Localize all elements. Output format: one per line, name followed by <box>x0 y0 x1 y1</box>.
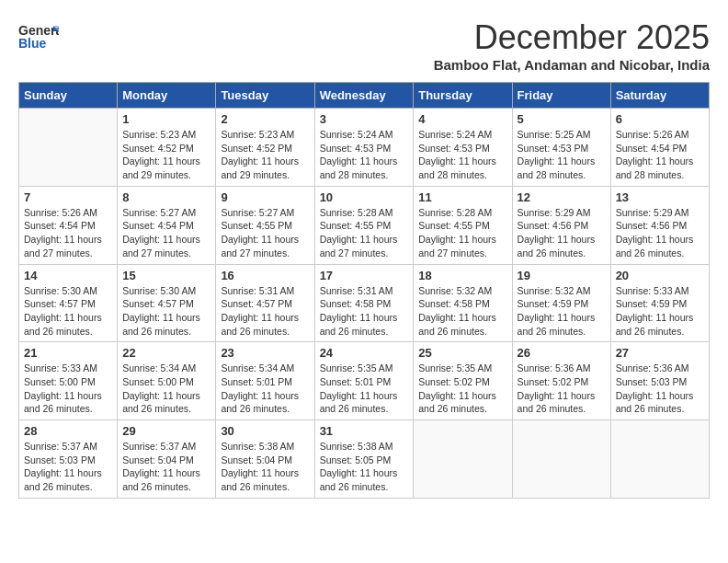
day-info: Sunrise: 5:36 AM Sunset: 5:02 PM Dayligh… <box>518 362 606 416</box>
calendar-cell: 24Sunrise: 5:35 AM Sunset: 5:01 PM Dayli… <box>314 342 414 420</box>
day-number: 27 <box>616 346 704 360</box>
calendar-cell: 4Sunrise: 5:24 AM Sunset: 4:53 PM Daylig… <box>414 109 512 187</box>
day-info: Sunrise: 5:25 AM Sunset: 4:53 PM Dayligh… <box>518 128 606 182</box>
day-number: 12 <box>518 190 606 204</box>
column-header-tuesday: Tuesday <box>216 83 314 109</box>
calendar-week-4: 21Sunrise: 5:33 AM Sunset: 5:00 PM Dayli… <box>19 342 710 420</box>
day-number: 14 <box>24 269 112 282</box>
day-number: 30 <box>221 424 309 438</box>
day-info: Sunrise: 5:30 AM Sunset: 4:57 PM Dayligh… <box>24 284 112 339</box>
day-info: Sunrise: 5:27 AM Sunset: 4:54 PM Dayligh… <box>122 206 210 260</box>
day-info: Sunrise: 5:29 AM Sunset: 4:56 PM Dayligh… <box>616 206 704 260</box>
calendar-cell <box>512 420 610 499</box>
day-info: Sunrise: 5:31 AM Sunset: 4:58 PM Dayligh… <box>320 284 409 339</box>
calendar-cell: 14Sunrise: 5:30 AM Sunset: 4:57 PM Dayli… <box>19 264 118 342</box>
day-info: Sunrise: 5:23 AM Sunset: 4:52 PM Dayligh… <box>122 128 210 182</box>
calendar-cell: 15Sunrise: 5:30 AM Sunset: 4:57 PM Dayli… <box>118 264 216 342</box>
day-number: 13 <box>616 190 704 204</box>
calendar-cell <box>414 420 512 499</box>
day-number: 11 <box>418 190 506 204</box>
calendar-cell: 12Sunrise: 5:29 AM Sunset: 4:56 PM Dayli… <box>512 186 610 264</box>
day-info: Sunrise: 5:26 AM Sunset: 4:54 PM Dayligh… <box>24 206 112 260</box>
location: Bamboo Flat, Andaman and Nicobar, India <box>434 57 710 73</box>
day-number: 9 <box>221 190 309 204</box>
day-info: Sunrise: 5:24 AM Sunset: 4:53 PM Dayligh… <box>418 128 506 182</box>
day-number: 17 <box>320 269 409 282</box>
day-info: Sunrise: 5:37 AM Sunset: 5:04 PM Dayligh… <box>122 440 210 494</box>
svg-text:Blue: Blue <box>18 36 47 51</box>
column-header-monday: Monday <box>118 83 216 109</box>
day-number: 1 <box>122 112 210 126</box>
calendar-cell: 6Sunrise: 5:26 AM Sunset: 4:54 PM Daylig… <box>610 109 709 187</box>
column-header-sunday: Sunday <box>19 83 118 109</box>
day-info: Sunrise: 5:24 AM Sunset: 4:53 PM Dayligh… <box>320 128 409 182</box>
day-number: 29 <box>122 424 210 438</box>
day-number: 10 <box>320 190 409 204</box>
day-info: Sunrise: 5:28 AM Sunset: 4:55 PM Dayligh… <box>418 206 506 260</box>
column-header-wednesday: Wednesday <box>314 83 414 109</box>
page-header: General Blue December 2025 Bamboo Flat, … <box>18 18 710 73</box>
day-number: 20 <box>616 269 704 282</box>
day-info: Sunrise: 5:32 AM Sunset: 4:58 PM Dayligh… <box>418 284 506 339</box>
day-info: Sunrise: 5:34 AM Sunset: 5:01 PM Dayligh… <box>221 362 309 416</box>
calendar-cell: 1Sunrise: 5:23 AM Sunset: 4:52 PM Daylig… <box>118 109 216 187</box>
day-number: 21 <box>24 346 112 360</box>
month-title: December 2025 <box>434 18 710 57</box>
day-info: Sunrise: 5:38 AM Sunset: 5:04 PM Dayligh… <box>221 440 309 494</box>
title-block: December 2025 Bamboo Flat, Andaman and N… <box>434 18 710 73</box>
day-number: 31 <box>320 424 409 438</box>
day-number: 26 <box>518 346 606 360</box>
column-header-saturday: Saturday <box>610 83 709 109</box>
calendar-cell: 16Sunrise: 5:31 AM Sunset: 4:57 PM Dayli… <box>216 264 314 342</box>
calendar-table: SundayMondayTuesdayWednesdayThursdayFrid… <box>18 82 710 499</box>
day-number: 15 <box>122 269 210 282</box>
day-number: 25 <box>418 346 506 360</box>
day-number: 18 <box>418 269 506 282</box>
day-info: Sunrise: 5:33 AM Sunset: 5:00 PM Dayligh… <box>24 362 112 416</box>
day-number: 24 <box>320 346 409 360</box>
day-info: Sunrise: 5:37 AM Sunset: 5:03 PM Dayligh… <box>24 440 112 494</box>
day-info: Sunrise: 5:36 AM Sunset: 5:03 PM Dayligh… <box>616 362 704 416</box>
calendar-cell: 9Sunrise: 5:27 AM Sunset: 4:55 PM Daylig… <box>216 186 314 264</box>
calendar-cell: 28Sunrise: 5:37 AM Sunset: 5:03 PM Dayli… <box>19 420 118 499</box>
day-number: 2 <box>221 112 309 126</box>
calendar-cell: 13Sunrise: 5:29 AM Sunset: 4:56 PM Dayli… <box>610 186 709 264</box>
day-info: Sunrise: 5:34 AM Sunset: 5:00 PM Dayligh… <box>122 362 210 416</box>
day-number: 19 <box>518 269 606 282</box>
calendar-header-row: SundayMondayTuesdayWednesdayThursdayFrid… <box>19 83 710 109</box>
day-number: 8 <box>122 190 210 204</box>
calendar-week-1: 1Sunrise: 5:23 AM Sunset: 4:52 PM Daylig… <box>19 109 710 187</box>
calendar-cell: 2Sunrise: 5:23 AM Sunset: 4:52 PM Daylig… <box>216 109 314 187</box>
day-info: Sunrise: 5:35 AM Sunset: 5:01 PM Dayligh… <box>320 362 409 416</box>
day-number: 4 <box>418 112 506 126</box>
day-info: Sunrise: 5:28 AM Sunset: 4:55 PM Dayligh… <box>320 206 409 260</box>
calendar-cell: 18Sunrise: 5:32 AM Sunset: 4:58 PM Dayli… <box>414 264 512 342</box>
calendar-cell: 20Sunrise: 5:33 AM Sunset: 4:59 PM Dayli… <box>610 264 709 342</box>
day-info: Sunrise: 5:32 AM Sunset: 4:59 PM Dayligh… <box>518 284 606 339</box>
day-info: Sunrise: 5:31 AM Sunset: 4:57 PM Dayligh… <box>221 284 309 339</box>
calendar-cell: 29Sunrise: 5:37 AM Sunset: 5:04 PM Dayli… <box>118 420 216 499</box>
day-info: Sunrise: 5:30 AM Sunset: 4:57 PM Dayligh… <box>122 284 210 339</box>
calendar-cell: 7Sunrise: 5:26 AM Sunset: 4:54 PM Daylig… <box>19 186 118 264</box>
calendar-cell: 8Sunrise: 5:27 AM Sunset: 4:54 PM Daylig… <box>118 186 216 264</box>
day-number: 16 <box>221 269 309 282</box>
calendar-cell: 27Sunrise: 5:36 AM Sunset: 5:03 PM Dayli… <box>610 342 709 420</box>
day-number: 28 <box>24 424 112 438</box>
calendar-cell: 22Sunrise: 5:34 AM Sunset: 5:00 PM Dayli… <box>118 342 216 420</box>
day-info: Sunrise: 5:35 AM Sunset: 5:02 PM Dayligh… <box>418 362 506 416</box>
calendar-cell <box>19 109 118 187</box>
day-info: Sunrise: 5:29 AM Sunset: 4:56 PM Dayligh… <box>518 206 606 260</box>
calendar-cell <box>610 420 709 499</box>
calendar-cell: 23Sunrise: 5:34 AM Sunset: 5:01 PM Dayli… <box>216 342 314 420</box>
logo-icon: General Blue <box>18 18 59 52</box>
calendar-cell: 26Sunrise: 5:36 AM Sunset: 5:02 PM Dayli… <box>512 342 610 420</box>
calendar-week-5: 28Sunrise: 5:37 AM Sunset: 5:03 PM Dayli… <box>19 420 710 499</box>
calendar-cell: 17Sunrise: 5:31 AM Sunset: 4:58 PM Dayli… <box>314 264 414 342</box>
logo: General Blue <box>18 18 59 52</box>
day-number: 22 <box>122 346 210 360</box>
day-info: Sunrise: 5:27 AM Sunset: 4:55 PM Dayligh… <box>221 206 309 260</box>
day-info: Sunrise: 5:26 AM Sunset: 4:54 PM Dayligh… <box>616 128 704 182</box>
calendar-cell: 31Sunrise: 5:38 AM Sunset: 5:05 PM Dayli… <box>314 420 414 499</box>
column-header-thursday: Thursday <box>414 83 512 109</box>
day-info: Sunrise: 5:33 AM Sunset: 4:59 PM Dayligh… <box>616 284 704 339</box>
